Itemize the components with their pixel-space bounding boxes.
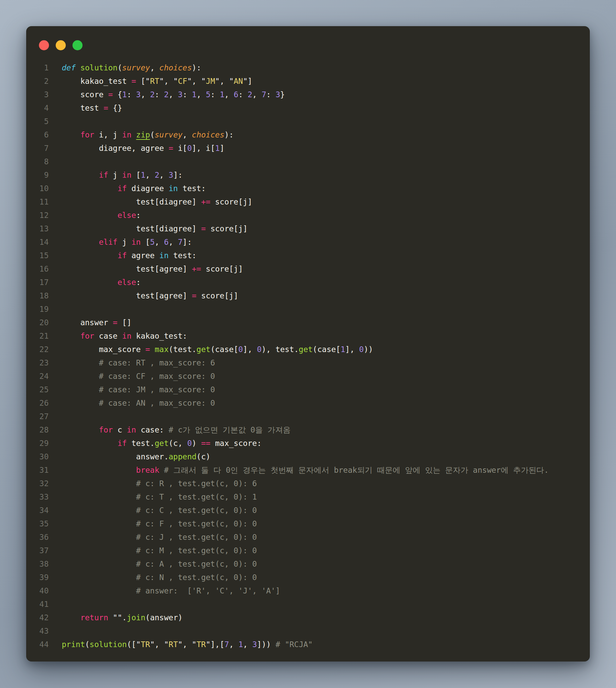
code-line: 38 # c: A , test.get(c, 0): 0 xyxy=(26,557,590,571)
line-number: 34 xyxy=(26,504,49,517)
code-token: kakao_test xyxy=(62,77,132,86)
code-token: , xyxy=(229,640,239,649)
code-token xyxy=(62,466,136,475)
code-token: . xyxy=(122,613,127,622)
line-number: 14 xyxy=(26,235,49,249)
code-token: max xyxy=(155,345,169,354)
code-token: CF xyxy=(178,77,187,86)
line-number: 4 xyxy=(26,101,49,115)
code-line: 25 # case: JM , max_score: 0 xyxy=(26,383,590,396)
line-number: 23 xyxy=(26,356,49,369)
line-number: 22 xyxy=(26,343,49,356)
code-token: , xyxy=(220,77,229,86)
code-token: for xyxy=(80,131,94,139)
code-token: append xyxy=(169,452,197,461)
code-token: )) xyxy=(364,345,373,354)
code-line: 34 # c: C , test.get(c, 0): 0 xyxy=(26,504,590,517)
code-token: # case: RT , max_score: 6 xyxy=(99,359,215,367)
code-token: test: xyxy=(178,184,206,193)
code-token: # "RCJA" xyxy=(276,640,313,649)
code-token: ],[ xyxy=(211,640,224,649)
code-token: ], i[ xyxy=(192,144,215,153)
code-token xyxy=(108,613,113,622)
code-token: TR xyxy=(140,640,150,649)
code-token: " xyxy=(145,77,150,86)
code-line-content: if test.get(c, 0) == max_score: xyxy=(62,437,262,450)
code-line: 37 # c: M , test.get(c, 0): 0 xyxy=(26,544,590,557)
code-line: 13 test[diagree] = score[j] xyxy=(26,222,590,235)
code-token xyxy=(62,426,99,434)
code-token: j xyxy=(117,238,132,247)
code-line: 4 test = {} xyxy=(26,101,590,115)
code-line-content: for c in case: # c가 없으면 기본값 0을 가져옴 xyxy=(62,423,290,437)
code-token: max_score xyxy=(62,345,145,354)
code-token: " xyxy=(192,640,197,649)
code-token xyxy=(62,439,117,448)
code-line: 2 kakao_test = ["RT", "CF", "JM", "AN"] xyxy=(26,74,590,88)
code-token: += xyxy=(192,265,201,273)
code-token: 1 xyxy=(340,345,345,354)
window-minimize-button[interactable] xyxy=(56,40,66,50)
code-token: = xyxy=(132,77,136,86)
window-close-button[interactable] xyxy=(39,40,49,50)
code-token: " xyxy=(229,77,234,86)
code-token: # case: CF , max_score: 0 xyxy=(99,372,215,381)
code-line: 33 # c: T , test.get(c, 0): 1 xyxy=(26,490,590,504)
line-number: 16 xyxy=(26,262,49,276)
code-token: j xyxy=(108,171,122,179)
code-token: " xyxy=(136,640,141,649)
code-token: , xyxy=(140,90,150,99)
code-line-content: answer = [] xyxy=(62,316,132,329)
code-token: , xyxy=(224,90,234,99)
code-token: else xyxy=(117,278,136,287)
code-token: score[j] xyxy=(201,265,243,273)
code-token: score[j] xyxy=(211,198,252,206)
code-token: ] xyxy=(248,77,252,86)
code-line: 32 # c: R , test.get(c, 0): 6 xyxy=(26,477,590,490)
code-token: get xyxy=(299,345,313,354)
code-token: : xyxy=(182,90,192,99)
code-line: 3 score = {1: 3, 2: 2, 3: 1, 5: 1, 6: 2,… xyxy=(26,88,590,101)
code-token: test: xyxy=(169,251,197,260)
code-token: if xyxy=(117,439,127,448)
line-number: 19 xyxy=(26,302,49,316)
code-token: (c) xyxy=(197,452,211,461)
code-token: = xyxy=(201,224,206,233)
code-token: 1 xyxy=(220,90,224,99)
code-token: : xyxy=(155,90,164,99)
code-token: # c: T , test.get(c, 0): 1 xyxy=(136,492,257,501)
line-number: 32 xyxy=(26,477,49,490)
code-token: test xyxy=(62,104,104,112)
code-line-content: test[diagree] += score[j] xyxy=(62,195,252,209)
code-token: break xyxy=(136,466,159,475)
window-zoom-button[interactable] xyxy=(72,40,83,50)
code-line-content: # c: J , test.get(c, 0): 0 xyxy=(62,530,257,544)
code-line-content: # c: R , test.get(c, 0): 6 xyxy=(62,477,257,490)
code-token: [ xyxy=(132,171,141,179)
code-line-content: for case in kakao_test: xyxy=(62,329,187,343)
code-token: # c가 없으면 기본값 0을 가져옴 xyxy=(169,426,291,434)
code-token: = xyxy=(104,104,108,112)
code-token: , xyxy=(243,640,252,649)
code-token: += xyxy=(201,198,211,206)
code-token: case: xyxy=(136,426,169,434)
line-number: 21 xyxy=(26,329,49,343)
code-token xyxy=(62,211,117,220)
code-token: ( xyxy=(150,131,155,139)
line-number: 37 xyxy=(26,544,49,557)
code-token: 3 xyxy=(178,90,182,99)
code-token xyxy=(62,399,99,407)
line-number: 41 xyxy=(26,597,49,611)
code-line-content: def solution(survey, choices): xyxy=(62,61,201,74)
code-token: 2 xyxy=(155,171,159,179)
code-token: for xyxy=(99,426,113,434)
code-token: : xyxy=(136,211,141,220)
code-token: 0 xyxy=(238,345,243,354)
line-number: 10 xyxy=(26,182,49,195)
code-token xyxy=(62,385,99,394)
code-token: ], xyxy=(345,345,359,354)
code-token xyxy=(62,506,136,515)
code-token: max_score: xyxy=(211,439,261,448)
code-token: ): xyxy=(224,131,234,139)
code-line-content: # case: AN , max_score: 0 xyxy=(62,396,215,410)
